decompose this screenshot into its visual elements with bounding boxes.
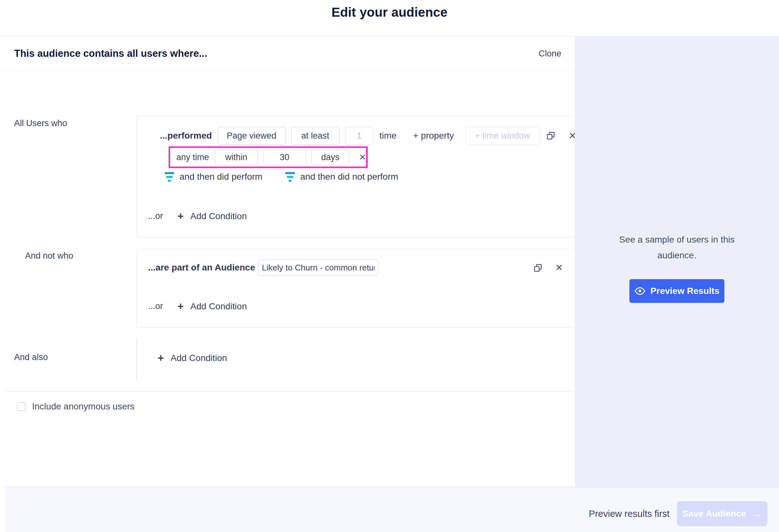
all-users-who-label: All Users who	[14, 118, 67, 128]
add-condition-label: Add Condition	[190, 211, 247, 221]
time-suffix-label: time	[379, 131, 397, 141]
save-audience-button[interactable]: Save Audience →	[677, 501, 768, 526]
or-row: ...or + Add Condition	[148, 301, 247, 312]
arrow-right-icon: →	[752, 509, 762, 519]
footer-bar: Preview results first Save Audience →	[5, 487, 779, 532]
add-condition-label: Add Condition	[190, 301, 247, 312]
preview-results-label: Preview Results	[651, 286, 720, 296]
time-unit-select[interactable]: days	[311, 149, 350, 165]
time-comparator-select[interactable]: within	[215, 149, 258, 165]
operator-select[interactable]: at least	[291, 127, 340, 145]
close-icon: ✕	[555, 263, 563, 272]
preview-sidebar: See a sample of users in this audience. …	[575, 36, 779, 487]
or-row: ...or + Add Condition	[148, 211, 247, 221]
include-anonymous-checkbox[interactable]	[17, 402, 26, 411]
time-value-input[interactable]	[263, 149, 306, 165]
audience-condition-card: ...are part of an Audience ✕ ..	[136, 249, 575, 328]
eye-icon	[635, 287, 645, 295]
and-not-who-label: And not who	[25, 251, 73, 261]
or-label: ...or	[148, 301, 163, 311]
copy-condition-button[interactable]	[546, 131, 555, 140]
funnel-icon	[165, 172, 174, 182]
remove-time-window-button[interactable]: ✕	[359, 153, 366, 161]
or-label: ...or	[148, 211, 163, 221]
close-icon: ✕	[359, 153, 366, 161]
copy-condition-button[interactable]	[533, 263, 542, 272]
copy-icon	[546, 131, 555, 140]
audience-builder-panel: This audience contains all users where..…	[0, 36, 575, 487]
add-condition-button[interactable]: + Add Condition	[178, 211, 247, 221]
add-time-window-button[interactable]: + time window	[465, 127, 540, 145]
audience-condition-row: ...are part of an Audience	[148, 260, 378, 276]
anonymous-users-row: Include anonymous users	[17, 401, 134, 412]
audience-card-actions: ✕	[533, 263, 563, 272]
time-window-highlight-box: any time within days ✕	[169, 146, 368, 168]
copy-icon	[533, 263, 542, 272]
plus-icon: +	[158, 353, 164, 363]
event-select[interactable]: Page viewed	[218, 127, 286, 145]
plus-icon: +	[178, 211, 184, 221]
plus-icon: +	[178, 301, 184, 312]
performed-condition-card: ...performed Page viewed at least time +…	[136, 116, 575, 238]
section-divider	[5, 391, 575, 392]
add-condition-label: Add Condition	[171, 353, 227, 363]
and-then-did-not-perform-link[interactable]: and then did not perform	[286, 172, 398, 182]
and-then-did-perform-label: and then did perform	[179, 172, 262, 182]
add-condition-button[interactable]: + Add Condition	[158, 353, 227, 363]
save-audience-label: Save Audience	[682, 509, 746, 519]
page-title: Edit your audience	[0, 5, 779, 19]
edit-audience-modal: Edit your audience This audience contain…	[0, 0, 779, 532]
clone-button[interactable]: Clone	[537, 48, 563, 59]
preview-message: See a sample of users in this audience.	[606, 232, 747, 263]
builder-header: This audience contains all users where..…	[0, 36, 575, 71]
and-then-did-perform-link[interactable]: and then did perform	[165, 172, 262, 182]
and-also-label: And also	[14, 352, 48, 362]
count-input[interactable]	[345, 127, 373, 145]
performed-condition-row: ...performed Page viewed at least time +…	[160, 127, 577, 145]
preview-results-button[interactable]: Preview Results	[630, 279, 724, 303]
preview-first-hint: Preview results first	[589, 509, 669, 519]
and-then-did-not-perform-label: and then did not perform	[300, 172, 398, 182]
any-time-label: any time	[176, 152, 209, 162]
audience-prefix: ...are part of an Audience	[148, 262, 255, 273]
builder-heading: This audience contains all users where..…	[14, 48, 207, 59]
remove-condition-button[interactable]: ✕	[555, 263, 563, 272]
audience-select-input[interactable]	[258, 260, 378, 276]
add-property-button[interactable]: + property	[413, 131, 454, 141]
add-condition-button[interactable]: + Add Condition	[178, 301, 247, 312]
performed-prefix: ...performed	[160, 131, 212, 141]
and-also-divider	[136, 338, 137, 380]
funnel-icon	[286, 172, 295, 182]
include-anonymous-label: Include anonymous users	[32, 401, 134, 412]
